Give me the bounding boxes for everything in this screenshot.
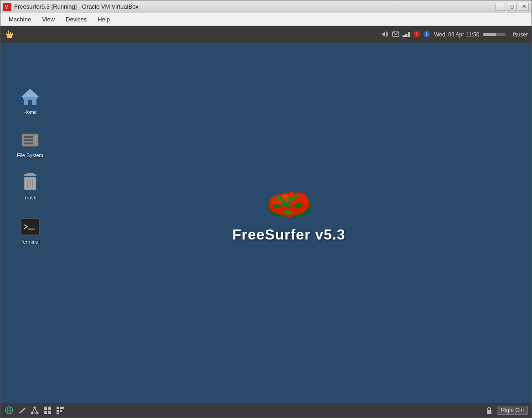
taskbar-windows-icon[interactable] (42, 405, 52, 415)
vbox-logo-icon: V (3, 3, 11, 11)
freesurfer-logo: FreeSurfer v5.3 (232, 185, 345, 243)
svg-text:i: i (426, 32, 427, 37)
brain-icon (261, 185, 316, 222)
taskbar-right: Right Ctrl (484, 405, 528, 415)
minimize-button[interactable]: ─ (495, 3, 505, 11)
home-icon-image (19, 86, 41, 108)
svg-line-60 (35, 408, 37, 413)
svg-point-48 (281, 194, 289, 198)
right-ctrl-button[interactable]: Right Ctrl (497, 406, 528, 415)
taskbar-pencil-icon[interactable] (17, 405, 27, 415)
status-icons: ! i (382, 31, 430, 39)
email-icon[interactable] (392, 31, 399, 38)
svg-rect-24 (26, 173, 34, 175)
desktop-icon-trash[interactable]: Trash (10, 170, 51, 203)
svg-point-21 (35, 139, 36, 141)
taskbar-network-icon[interactable] (30, 405, 40, 415)
menu-machine[interactable]: Machine (4, 14, 36, 25)
filesystem-icon-image (19, 129, 41, 151)
desktop: Home File System (0, 43, 532, 403)
info-icon[interactable]: i (423, 31, 430, 39)
taskbar-left (4, 405, 65, 415)
svg-rect-70 (60, 410, 62, 412)
menu-devices[interactable]: Devices (61, 14, 91, 25)
svg-rect-67 (60, 407, 62, 409)
svg-rect-66 (57, 407, 59, 409)
restore-button[interactable]: □ (507, 3, 517, 11)
brightness-slider[interactable] (483, 33, 506, 36)
taskbar: Right Ctrl (0, 403, 532, 418)
svg-point-20 (35, 136, 36, 138)
svg-rect-71 (57, 413, 59, 414)
svg-marker-3 (382, 31, 385, 37)
svg-point-41 (274, 204, 281, 209)
desktop-icon-home[interactable]: Home (10, 84, 51, 117)
svg-rect-7 (408, 32, 410, 37)
trash-label: Trash (22, 194, 38, 201)
window-title: Freesurfer5.3 [Running] - Oracle VM Virt… (14, 3, 139, 10)
svg-rect-65 (48, 411, 51, 414)
svg-rect-72 (487, 410, 491, 414)
username-display: fsuser (513, 31, 528, 38)
taskbar-lock-icon[interactable] (484, 405, 494, 415)
svg-point-44 (294, 197, 299, 201)
taskbar-globe-icon[interactable] (4, 405, 14, 415)
title-bar-left: V Freesurfer5.3 [Running] - Oracle VM Vi… (3, 3, 139, 11)
svg-text:!: ! (415, 32, 417, 37)
close-button[interactable]: ✕ (519, 3, 529, 11)
svg-point-50 (284, 210, 291, 215)
svg-rect-69 (57, 410, 59, 412)
taskbar-apps-icon[interactable] (55, 405, 65, 415)
svg-rect-6 (405, 34, 408, 37)
menu-bar: Machine View Devices Help (0, 13, 532, 26)
virtualbox-window: V Freesurfer5.3 [Running] - Oracle VM Vi… (0, 0, 532, 418)
svg-point-46 (284, 199, 288, 203)
svg-rect-17 (24, 136, 33, 138)
network-icon[interactable] (402, 31, 410, 39)
svg-rect-18 (24, 139, 33, 141)
freesurfer-title: FreeSurfer v5.3 (232, 226, 345, 243)
toolbar-right: ! i Wed, 09 Apr 11:50 fsuser (382, 31, 528, 39)
svg-rect-62 (44, 407, 47, 410)
svg-rect-64 (44, 411, 47, 414)
terminal-icon-image (19, 216, 41, 238)
home-label: Home (21, 109, 38, 115)
trash-icon-image (19, 172, 41, 194)
error-icon[interactable]: ! (413, 31, 420, 39)
window-controls: ─ □ ✕ (495, 3, 529, 11)
svg-point-22 (35, 143, 36, 144)
title-bar: V Freesurfer5.3 [Running] - Oracle VM Vi… (0, 0, 532, 13)
svg-text:V: V (5, 5, 8, 10)
volume-icon[interactable] (382, 31, 389, 39)
svg-point-47 (292, 200, 296, 205)
toolbar: ! i Wed, 09 Apr 11:50 fsuser (0, 26, 532, 43)
menu-help[interactable]: Help (93, 14, 114, 25)
menu-view[interactable]: View (37, 14, 59, 25)
svg-marker-2 (6, 31, 13, 38)
svg-rect-63 (48, 407, 51, 410)
svg-rect-68 (62, 407, 64, 409)
svg-line-59 (32, 408, 35, 413)
filesystem-label: File System (15, 152, 45, 158)
svg-rect-30 (21, 219, 39, 235)
svg-point-43 (288, 192, 294, 199)
svg-point-45 (276, 200, 281, 205)
terminal-label: Terminal (19, 239, 41, 245)
svg-rect-19 (24, 143, 33, 144)
hand-tool-icon[interactable] (4, 29, 15, 40)
desktop-icon-filesystem[interactable]: File System (10, 127, 51, 160)
datetime-display: Wed, 09 Apr 11:50 (434, 31, 479, 38)
svg-rect-5 (403, 35, 405, 37)
desktop-icon-terminal[interactable]: Terminal (10, 214, 51, 247)
